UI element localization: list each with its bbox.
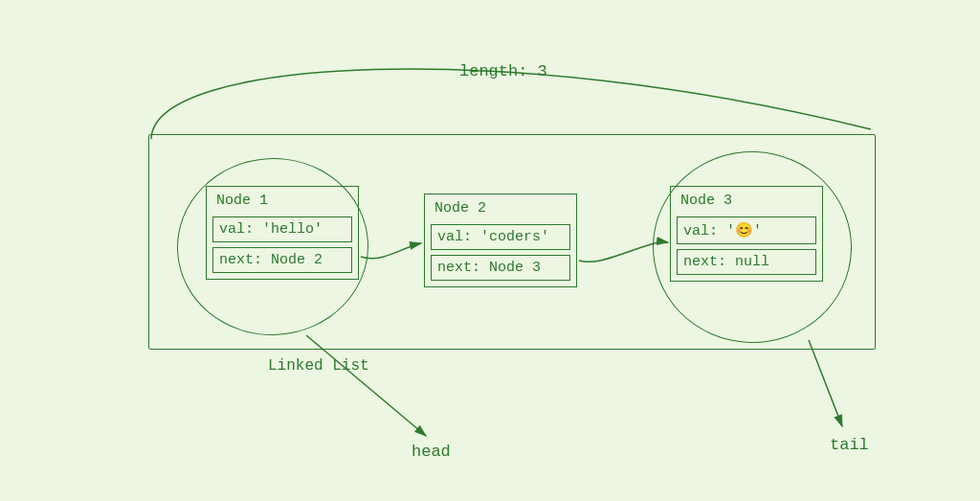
tail-pointer-label: tail	[830, 436, 869, 454]
node-3: Node 3 val: '😊' next: null	[670, 186, 823, 282]
node-2: Node 2 val: 'coders' next: Node 3	[424, 194, 577, 287]
node-2-title: Node 2	[431, 200, 570, 216]
node-2-next: next: Node 3	[431, 255, 570, 281]
node-2-val: val: 'coders'	[431, 224, 570, 250]
node-1: Node 1 val: 'hello' next: Node 2	[206, 186, 359, 280]
node-1-title: Node 1	[212, 193, 352, 209]
node-1-next: next: Node 2	[212, 247, 352, 273]
head-pointer-label: head	[412, 443, 451, 461]
node-3-title: Node 3	[677, 193, 816, 209]
head-arrow	[306, 335, 426, 436]
linked-list-caption: Linked List	[268, 357, 369, 375]
length-label: length: 3	[459, 62, 547, 80]
node-3-val: val: '😊'	[677, 216, 816, 244]
tail-arrow	[809, 340, 842, 426]
node-1-val: val: 'hello'	[212, 216, 352, 242]
node-3-next: next: null	[677, 249, 816, 275]
